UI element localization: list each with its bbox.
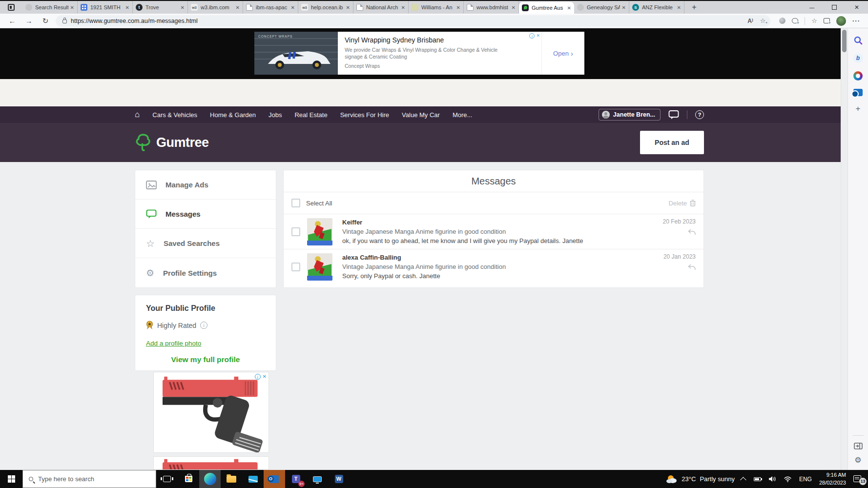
taskbar-edge[interactable] — [199, 470, 221, 488]
collections-icon[interactable] — [824, 18, 830, 23]
message-checkbox[interactable] — [291, 227, 300, 236]
page-scrollbar[interactable] — [841, 28, 847, 470]
refresh-button[interactable]: ↻ — [37, 17, 54, 25]
browser-tab[interactable]: w3w3.ibm.com — [188, 1, 243, 14]
close-tab-icon[interactable] — [675, 5, 681, 10]
address-bar[interactable]: https://www.gumtree.com.au/m-messages.ht… — [56, 15, 770, 27]
browser-tab[interactable]: Genealogy SA — [574, 1, 629, 14]
taskbar-remote-desktop[interactable] — [307, 470, 328, 488]
nav-cars-vehicles[interactable]: Cars & Vehicles — [152, 111, 197, 119]
gumtree-logo[interactable]: Gumtree — [135, 133, 209, 152]
maximize-button[interactable] — [823, 1, 846, 14]
language-indicator[interactable]: ENG — [799, 476, 812, 483]
close-tab-icon[interactable] — [344, 5, 350, 10]
sidebar-item-manage-ads[interactable]: Manage Ads — [135, 170, 276, 200]
favorites-menu-icon[interactable]: ☆ — [811, 17, 817, 24]
sidebar-settings-icon[interactable] — [854, 456, 861, 464]
volume-icon[interactable] — [768, 476, 776, 482]
task-view-button[interactable] — [156, 470, 178, 488]
site-security-icon[interactable] — [62, 20, 67, 23]
sidebar-search-icon[interactable] — [854, 36, 863, 45]
browser-tab[interactable]: Williams - An — [409, 1, 464, 14]
close-tab-icon[interactable] — [455, 5, 460, 10]
scrollbar-thumb[interactable] — [842, 30, 847, 52]
browser-profile-avatar[interactable] — [836, 16, 846, 26]
taskbar-clock[interactable]: 9:16 AM 28/02/2023 — [819, 471, 846, 487]
browser-tab[interactable]: www.bdmhist — [464, 1, 519, 14]
close-tab-icon[interactable] — [124, 5, 129, 10]
nav-jobs[interactable]: Jobs — [269, 111, 282, 119]
messages-nav-icon[interactable] — [668, 110, 679, 120]
close-tab-icon[interactable] — [620, 5, 626, 10]
new-tab-button[interactable] — [684, 1, 704, 14]
url-text[interactable]: https://www.gumtree.com.au/m-messages.ht… — [71, 18, 198, 24]
add-profile-photo-link[interactable]: Add a profile photo — [146, 340, 201, 347]
back-button[interactable]: ← — [4, 17, 21, 25]
message-checkbox[interactable] — [291, 263, 300, 271]
show-hidden-icons[interactable] — [740, 477, 746, 483]
close-tab-icon[interactable] — [179, 5, 185, 10]
browser-tab[interactable]: 1921 SMITH — [78, 1, 133, 14]
ad-info-icon[interactable] — [529, 33, 535, 39]
ad-title[interactable]: Vinyl Wrapping Sydney Brisbane — [345, 36, 535, 44]
tab-actions-menu[interactable] — [0, 1, 22, 14]
browser-tab[interactable]: National Arch — [353, 1, 409, 14]
browser-tab[interactable]: w3help.ocean.ib — [298, 1, 353, 14]
info-icon[interactable] — [200, 322, 207, 329]
close-tab-icon[interactable] — [68, 5, 74, 10]
taskbar-store[interactable] — [178, 470, 199, 488]
close-tab-icon[interactable] — [289, 5, 295, 10]
minimize-button[interactable] — [801, 1, 823, 14]
home-icon[interactable]: ⌂ — [135, 110, 140, 120]
close-window-button[interactable] — [846, 1, 868, 14]
select-all-checkbox[interactable] — [291, 199, 300, 207]
settings-more-icon[interactable]: ··· — [852, 17, 860, 24]
reply-icon[interactable] — [688, 229, 696, 235]
reply-icon[interactable] — [688, 264, 696, 270]
taskbar-word[interactable]: W — [328, 470, 350, 488]
ad-open-button[interactable]: Open — [541, 32, 584, 75]
read-aloud-icon[interactable]: A) — [747, 18, 753, 24]
ad-gun-image-2[interactable] — [153, 456, 269, 470]
close-tab-icon[interactable] — [399, 5, 405, 10]
close-tab-icon[interactable] — [565, 5, 571, 11]
ad-close-icon[interactable] — [263, 374, 267, 380]
banner-ad[interactable]: CONCEPT WRAPS Vinyl Wrapping Sydney Bris… — [254, 32, 584, 75]
taskbar-file-explorer[interactable] — [221, 470, 242, 488]
taskbar-outlook[interactable] — [264, 470, 285, 488]
help-icon[interactable] — [695, 110, 704, 119]
extensions-icon[interactable] — [792, 18, 798, 23]
battery-icon[interactable] — [754, 477, 761, 481]
ad-info-icon[interactable] — [255, 374, 261, 380]
sidebar-item-saved-searches[interactable]: ☆ Saved Searches — [135, 229, 276, 258]
account-menu[interactable]: Janette Bren... — [599, 109, 661, 121]
open-in-sidebar-icon[interactable] — [854, 443, 863, 449]
sidebar-add-icon[interactable] — [856, 104, 861, 113]
ad-gun-image[interactable] — [153, 372, 269, 453]
ad-close-icon[interactable] — [536, 33, 540, 39]
taskbar-weather[interactable]: 23°C Partly sunny — [666, 474, 735, 484]
nav-home-garden[interactable]: Home & Garden — [210, 111, 256, 119]
message-row[interactable]: alexa Caffin-Balling Vintage Japanese Ma… — [284, 249, 703, 284]
message-row[interactable]: Keiffer Vintage Japanese Manga Anime fig… — [284, 214, 703, 249]
microsoft-365-icon[interactable] — [853, 71, 863, 81]
taskbar-teams[interactable]: T9+ — [285, 470, 307, 488]
start-button[interactable] — [0, 470, 22, 488]
post-an-ad-button[interactable]: Post an ad — [640, 131, 704, 154]
taskbar-search-box[interactable]: Type here to search — [22, 470, 156, 488]
delete-button[interactable]: Delete — [668, 200, 696, 207]
sidebar-item-messages[interactable]: Messages — [135, 200, 276, 229]
close-tab-icon[interactable] — [510, 5, 516, 10]
browser-tab[interactable]: ibm-ras-apac — [243, 1, 298, 14]
add-favorite-icon[interactable]: ☆+ — [760, 17, 766, 24]
nav-value-my-car[interactable]: Value My Car — [402, 111, 440, 119]
browser-tab[interactable]: tTrove — [133, 1, 188, 14]
wifi-icon[interactable] — [784, 476, 792, 482]
notification-center[interactable]: 13 — [853, 475, 863, 483]
forward-button[interactable]: → — [21, 17, 37, 25]
close-tab-icon[interactable] — [234, 5, 240, 10]
browser-tab[interactable]: SANZ Flexible — [629, 1, 684, 14]
taskbar-mail[interactable] — [242, 470, 264, 488]
browser-tab-active[interactable]: Gumtree Aus — [519, 2, 574, 14]
sidebar-item-profile-settings[interactable]: ⚙ Profile Settings — [135, 258, 276, 287]
